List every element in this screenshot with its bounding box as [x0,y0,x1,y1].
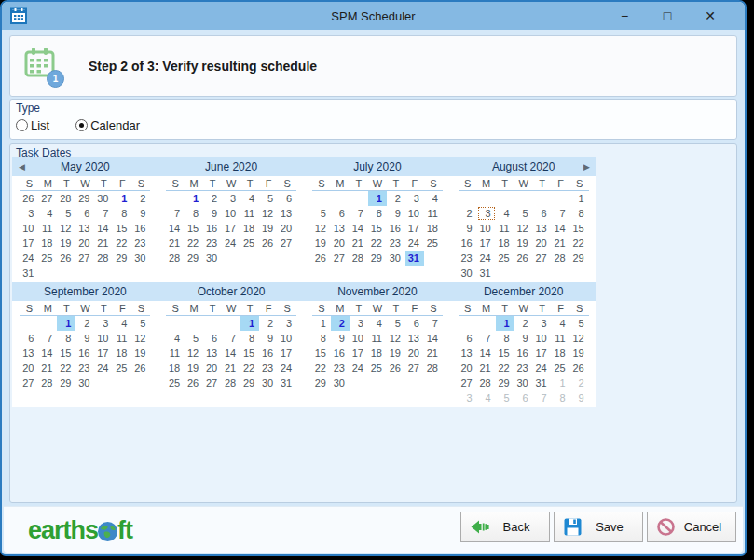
day-cell[interactable]: 19 [185,361,203,376]
day-cell[interactable]: 31 [477,266,496,280]
day-cell[interactable]: 23 [514,361,533,376]
day-cell[interactable]: 13 [203,346,222,361]
day-cell[interactable]: 5 [57,206,75,221]
day-cell[interactable]: 13 [533,221,552,236]
day-cell[interactable]: 11 [166,346,185,361]
day-cell[interactable]: 23 [75,361,94,376]
calendar-radio-label[interactable]: Calendar [90,118,140,132]
day-cell[interactable]: 10 [533,331,552,346]
day-cell[interactable]: 3 [94,316,113,331]
day-cell[interactable]: 6 [459,331,477,346]
day-cell[interactable]: 24 [350,361,368,376]
day-cell[interactable]: 4 [368,316,387,331]
day-cell[interactable]: 14 [424,331,443,346]
day-cell[interactable]: 1 [368,191,387,206]
day-cell[interactable]: 21 [94,236,113,251]
day-cell[interactable]: 24 [222,236,240,251]
day-cell[interactable]: 26 [312,251,331,266]
day-cell[interactable]: 6 [331,206,350,221]
day-cell[interactable]: 5 [185,331,203,346]
day-cell[interactable]: 27 [203,376,222,390]
day-cell[interactable]: 18 [113,346,131,361]
day-cell[interactable]: 22 [185,236,203,251]
day-cell[interactable]: 26 [131,361,150,376]
day-cell[interactable]: 19 [387,346,405,361]
day-cell[interactable]: 16 [459,236,477,251]
day-cell[interactable]: 20 [533,236,552,251]
day-cell[interactable]: 20 [20,361,38,376]
day-cell[interactable]: 27 [75,251,94,266]
day-cell[interactable]: 1 [57,316,75,331]
day-cell[interactable]: 9 [203,206,222,221]
day-cell[interactable]: 29 [75,191,94,206]
day-cell[interactable]: 10 [405,206,424,221]
day-cell[interactable]: 28 [94,251,113,266]
day-cell[interactable]: 11 [368,331,387,346]
day-cell[interactable]: 4 [113,316,131,331]
day-cell[interactable]: 2 [570,376,589,390]
day-cell[interactable]: 30 [514,376,533,390]
day-cell[interactable]: 9 [459,221,477,236]
day-cell[interactable]: 25 [166,376,185,390]
day-cell[interactable]: 1 [312,316,331,331]
day-cell[interactable]: 18 [240,221,259,236]
day-cell[interactable]: 7 [533,390,552,405]
day-cell[interactable]: 7 [477,331,496,346]
day-cell[interactable]: 1 [113,191,131,206]
day-cell[interactable]: 27 [405,361,424,376]
day-cell[interactable]: 15 [496,346,514,361]
day-cell[interactable]: 17 [350,346,368,361]
day-cell[interactable]: 29 [496,376,514,390]
day-cell[interactable]: 11 [113,331,131,346]
day-cell[interactable]: 29 [312,376,331,390]
day-cell[interactable]: 24 [405,236,424,251]
cancel-button[interactable]: Cancel [647,512,736,542]
day-cell[interactable]: 4 [424,191,443,206]
day-cell[interactable]: 5 [514,206,533,221]
day-cell[interactable]: 11 [496,221,514,236]
day-cell[interactable]: 26 [259,236,278,251]
day-cell[interactable]: 21 [552,236,570,251]
day-cell[interactable]: 23 [131,236,150,251]
day-cell[interactable]: 8 [496,331,514,346]
day-cell[interactable]: 6 [533,206,552,221]
day-cell[interactable]: 3 [459,390,477,405]
day-cell[interactable]: 1 [240,316,259,331]
day-cell[interactable]: 27 [278,236,296,251]
day-cell[interactable]: 5 [259,191,278,206]
day-cell[interactable]: 30 [459,266,477,280]
day-cell[interactable]: 18 [166,361,185,376]
day-cell[interactable]: 26 [20,191,38,206]
day-cell[interactable]: 10 [20,221,38,236]
day-cell[interactable]: 6 [514,390,533,405]
day-cell[interactable]: 15 [240,346,259,361]
day-cell[interactable]: 14 [477,346,496,361]
day-cell[interactable]: 16 [259,346,278,361]
day-cell[interactable]: 30 [94,191,113,206]
day-cell[interactable]: 22 [496,361,514,376]
day-cell[interactable]: 29 [240,376,259,390]
day-cell[interactable]: 15 [570,221,589,236]
day-cell[interactable]: 16 [387,221,405,236]
day-cell[interactable]: 18 [496,236,514,251]
day-cell[interactable]: 13 [405,331,424,346]
day-cell[interactable]: 23 [459,251,477,266]
day-cell[interactable]: 15 [185,221,203,236]
day-cell[interactable]: 20 [405,346,424,361]
day-cell[interactable]: 31 [20,266,38,280]
day-cell[interactable]: 6 [405,316,424,331]
day-cell[interactable]: 3 [222,191,240,206]
day-cell[interactable]: 28 [424,361,443,376]
day-cell[interactable]: 10 [350,331,368,346]
day-cell[interactable]: 7 [94,206,113,221]
day-cell[interactable]: 26 [514,251,533,266]
day-cell[interactable]: 12 [131,331,150,346]
day-cell[interactable]: 28 [477,376,496,390]
day-cell[interactable]: 7 [166,206,185,221]
day-cell[interactable]: 22 [312,361,331,376]
day-cell[interactable]: 17 [405,221,424,236]
day-cell[interactable]: 26 [185,376,203,390]
day-cell[interactable]: 2 [259,316,278,331]
day-cell[interactable]: 12 [312,221,331,236]
day-cell[interactable]: 6 [203,331,222,346]
